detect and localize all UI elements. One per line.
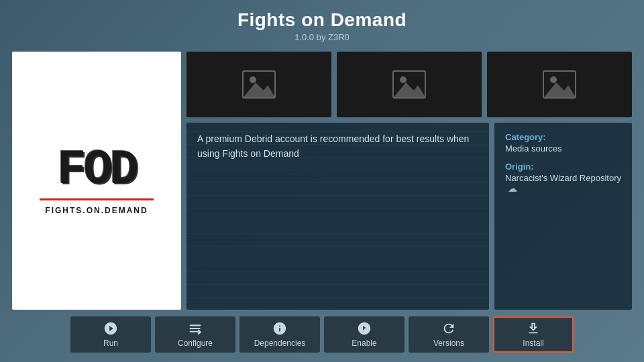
logo-underline (40, 198, 154, 200)
description-text: A premium Debrid account is recommended … (197, 132, 478, 161)
thumbnail-2 (337, 52, 482, 117)
right-panels: A premium Debrid account is recommended … (186, 52, 632, 310)
page-title: Fights on Demand (237, 9, 407, 31)
info-panel: Category: Media sources Origin: Narcacis… (494, 123, 632, 310)
run-label: Run (103, 339, 118, 348)
page-subtitle: 1.0.0 by Z3R0 (237, 32, 407, 42)
origin-label: Origin: (505, 162, 621, 172)
run-button[interactable]: Run (70, 316, 151, 353)
image-placeholder-icon-2 (392, 70, 426, 99)
bottom-panels: A premium Debrid account is recommended … (186, 123, 632, 310)
thumbnail-3 (487, 52, 632, 117)
svg-point-1 (250, 76, 256, 83)
enable-icon (357, 321, 372, 336)
enable-button[interactable]: Enable (324, 316, 405, 353)
toolbar: Run Configure Dependencies En (0, 310, 644, 362)
run-icon (103, 321, 118, 336)
svg-marker-5 (394, 82, 425, 97)
dependencies-icon (272, 321, 287, 336)
svg-point-4 (400, 76, 407, 83)
thumbnails-row (186, 52, 632, 117)
logo-text: FOD (57, 146, 136, 194)
description-panel: A premium Debrid account is recommended … (186, 123, 489, 310)
page: Fights on Demand 1.0.0 by Z3R0 FOD FIGHT… (0, 0, 644, 362)
svg-point-7 (550, 76, 557, 83)
svg-marker-2 (244, 82, 275, 97)
svg-marker-8 (544, 82, 576, 97)
logo-panel: FOD FIGHTS.ON.DEMAND (12, 52, 181, 310)
image-placeholder-icon-1 (242, 70, 276, 99)
dependencies-label: Dependencies (254, 339, 306, 348)
dependencies-button[interactable]: Dependencies (239, 316, 320, 353)
versions-label: Versions (433, 339, 464, 348)
category-label: Category: (505, 132, 621, 142)
versions-button[interactable]: Versions (409, 316, 489, 353)
cloud-icon: ☁ (508, 183, 517, 194)
install-button[interactable]: Install (493, 316, 574, 353)
configure-icon (188, 321, 203, 336)
install-label: Install (523, 339, 543, 348)
enable-label: Enable (352, 339, 376, 348)
origin-value: Narcacist's Wizard Repository ☁ (505, 173, 621, 194)
image-placeholder-icon-3 (543, 70, 576, 99)
logo-subtext: FIGHTS.ON.DEMAND (45, 206, 148, 215)
category-value: Media sources (505, 143, 621, 154)
versions-icon (441, 321, 456, 336)
configure-button[interactable]: Configure (155, 316, 235, 353)
main-content: FOD FIGHTS.ON.DEMAND (0, 45, 644, 310)
thumbnail-1 (186, 52, 331, 117)
install-icon (526, 321, 541, 336)
configure-label: Configure (178, 339, 213, 348)
header: Fights on Demand 1.0.0 by Z3R0 (237, 0, 407, 45)
